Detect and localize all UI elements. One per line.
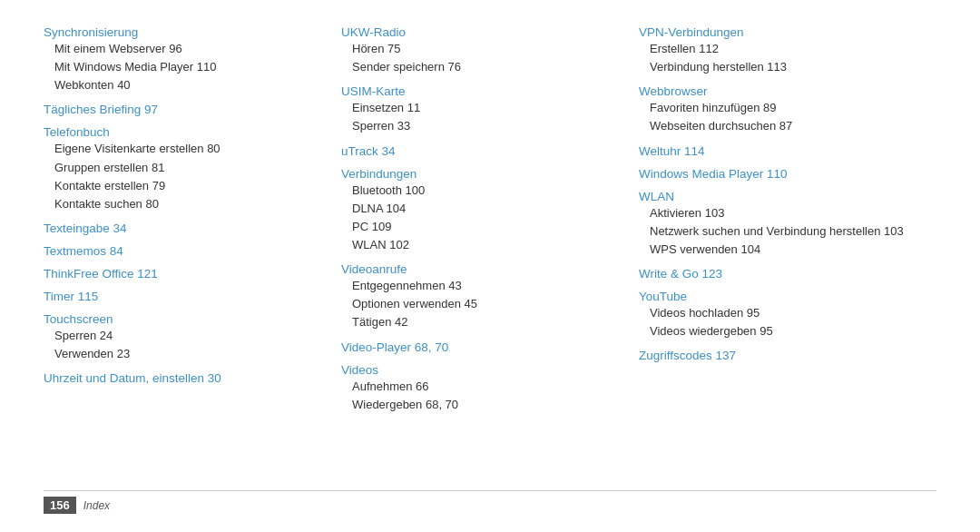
sub-item: Bluetooth 100 (341, 182, 621, 200)
sub-item: Verwenden 23 (44, 345, 323, 363)
entry-header: Timer 115 (44, 290, 323, 303)
entry-header: Video-Player 68, 70 (341, 340, 621, 354)
index-entry: uTrack 34 (341, 138, 621, 159)
sub-item: Eigene Visitenkarte erstellen 80 (44, 140, 323, 158)
index-entry: WLANAktivieren 103Netzwerk suchen und Ve… (639, 183, 918, 259)
index-entry: TouchscreenSperren 24Verwenden 23 (44, 306, 323, 363)
entry-header: Textmemos 84 (44, 244, 323, 258)
footer: 156 Index (44, 490, 936, 514)
index-columns: SynchronisierungMit einem Webserver 96Mi… (44, 25, 936, 481)
sub-item: Verbindung herstellen 113 (639, 58, 918, 76)
page-number: 156 (44, 497, 76, 514)
sub-item: Videos hochladen 95 (639, 304, 918, 322)
page: SynchronisierungMit einem Webserver 96Mi… (0, 0, 980, 532)
entry-header: UKW-Radio (341, 25, 621, 39)
entry-header: Videos (341, 363, 621, 377)
index-entry: UKW-RadioHören 75Sender speichern 76 (341, 25, 621, 76)
index-entry: Windows Media Player 110 (639, 161, 918, 182)
sub-item: Sperren 24 (44, 327, 323, 345)
sub-item: Optionen verwenden 45 (341, 295, 621, 313)
entry-header: Write & Go 123 (639, 267, 918, 281)
entry-header: Zugriffscodes 137 (639, 349, 918, 362)
sub-item: Mit Windows Media Player 110 (44, 58, 323, 76)
index-entry: ThinkFree Office 121 (44, 261, 323, 281)
sub-item: PC 109 (341, 218, 621, 236)
column-2: UKW-RadioHören 75Sender speichern 76USIM… (341, 25, 639, 481)
sub-item: Sender speichern 76 (341, 58, 621, 76)
entry-header: Uhrzeit und Datum, einstellen 30 (44, 371, 323, 385)
entry-header: Touchscreen (44, 312, 323, 326)
index-entry: VideoanrufeEntgegennehmen 43Optionen ver… (341, 256, 621, 331)
index-entry: VideosAufnehmen 66Wiedergeben 68, 70 (341, 357, 621, 414)
sub-item: Webseiten durchsuchen 87 (639, 117, 918, 135)
entry-header: YouTube (639, 290, 918, 303)
entry-header: Synchronisierung (44, 25, 323, 39)
index-entry: VPN-VerbindungenErstellen 112Verbindung … (639, 25, 918, 76)
index-entry: Texteingabe 34 (44, 215, 323, 236)
index-entry: TelefonbuchEigene Visitenkarte erstellen… (44, 119, 323, 213)
index-entry: Uhrzeit und Datum, einstellen 30 (44, 365, 323, 386)
column-3: VPN-VerbindungenErstellen 112Verbindung … (639, 25, 936, 481)
entry-header: uTrack 34 (341, 144, 621, 158)
index-entry: YouTubeVideos hochladen 95Videos wiederg… (639, 283, 918, 340)
sub-item: Gruppen erstellen 81 (44, 159, 323, 177)
index-entry: USIM-KarteEinsetzen 11Sperren 33 (341, 78, 621, 135)
sub-item: Videos wiedergeben 95 (639, 322, 918, 340)
sub-item: Favoriten hinzufügen 89 (639, 99, 918, 117)
entry-header: Tägliches Briefing 97 (44, 103, 323, 116)
index-entry: Video-Player 68, 70 (341, 334, 621, 355)
entry-header: Videoanrufe (341, 262, 621, 276)
entry-header: WLAN (639, 190, 918, 203)
sub-item: Aufnehmen 66 (341, 378, 621, 396)
index-entry: Write & Go 123 (639, 261, 918, 281)
entry-header: Verbindungen (341, 167, 621, 181)
sub-item: Aktivieren 103 (639, 204, 918, 222)
sub-item: Erstellen 112 (639, 40, 918, 58)
index-entry: WebbrowserFavoriten hinzufügen 89Webseit… (639, 78, 918, 135)
sub-item: DLNA 104 (341, 200, 621, 218)
index-entry: Weltuhr 114 (639, 138, 918, 159)
sub-item: WLAN 102 (341, 236, 621, 254)
entry-header: USIM-Karte (341, 84, 621, 98)
index-entry: Timer 115 (44, 283, 323, 304)
footer-label: Index (83, 499, 110, 512)
sub-item: Kontakte suchen 80 (44, 195, 323, 213)
entry-header: VPN-Verbindungen (639, 25, 918, 39)
index-entry: VerbindungenBluetooth 100DLNA 104PC 109W… (341, 161, 621, 255)
entry-header: Weltuhr 114 (639, 144, 918, 158)
entry-header: Webbrowser (639, 84, 918, 98)
sub-item: Sperren 33 (341, 117, 621, 135)
entry-header: Telefonbuch (44, 125, 323, 139)
sub-item: Tätigen 42 (341, 313, 621, 331)
index-entry: Tägliches Briefing 97 (44, 96, 323, 117)
index-entry: SynchronisierungMit einem Webserver 96Mi… (44, 25, 323, 94)
sub-item: Einsetzen 11 (341, 99, 621, 117)
sub-item: Mit einem Webserver 96 (44, 40, 323, 58)
sub-item: WPS verwenden 104 (639, 241, 918, 259)
column-1: SynchronisierungMit einem Webserver 96Mi… (44, 25, 341, 481)
index-entry: Textmemos 84 (44, 238, 323, 259)
index-entry: Zugriffscodes 137 (639, 342, 918, 363)
sub-item: Entgegennehmen 43 (341, 277, 621, 295)
entry-header: ThinkFree Office 121 (44, 267, 323, 281)
sub-item: Netzwerk suchen und Verbindung herstelle… (639, 222, 918, 241)
entry-header: Windows Media Player 110 (639, 167, 918, 181)
sub-item: Hören 75 (341, 40, 621, 58)
entry-header: Texteingabe 34 (44, 222, 323, 235)
sub-item: Wiedergeben 68, 70 (341, 396, 621, 414)
sub-item: Webkonten 40 (44, 76, 323, 94)
sub-item: Kontakte erstellen 79 (44, 177, 323, 195)
